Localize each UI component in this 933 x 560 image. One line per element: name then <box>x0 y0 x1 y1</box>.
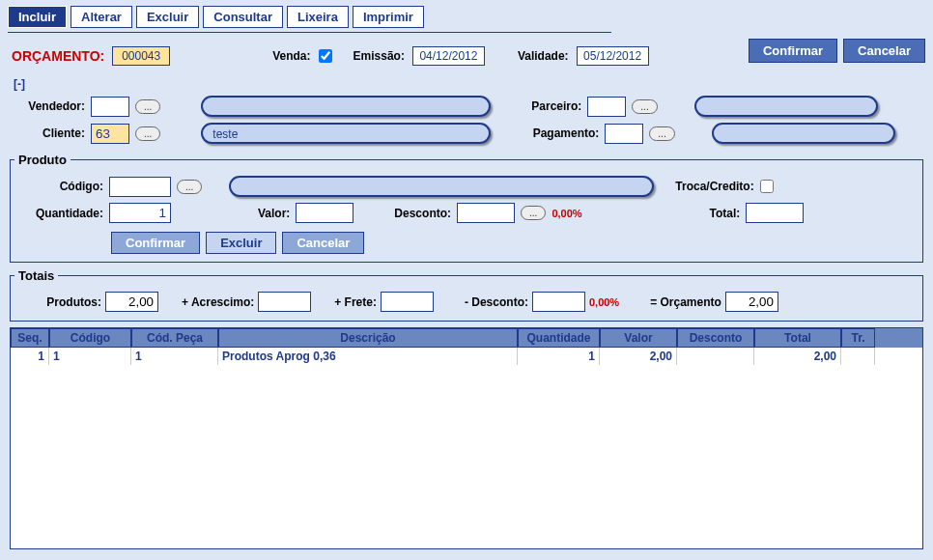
totais-fieldset: Totais Produtos: + Acrescimo: + Frete: -… <box>10 268 923 322</box>
cliente-label: Cliente: <box>12 126 85 140</box>
totais-legend: Totais <box>14 268 58 283</box>
vendedor-display <box>201 96 491 117</box>
validade-field[interactable]: 05/12/2012 <box>577 46 649 66</box>
validade-label: Validade: <box>518 49 569 63</box>
desconto-percent: 0,00% <box>551 208 581 219</box>
alterar-button[interactable]: Alterar <box>71 6 132 28</box>
totais-produtos-input[interactable] <box>105 292 158 312</box>
desconto-input[interactable] <box>457 203 515 223</box>
col-desconto: Desconto <box>677 328 754 348</box>
codigo-display <box>229 176 654 197</box>
troca-checkbox[interactable] <box>760 180 774 193</box>
col-seq: Seq. <box>11 328 49 348</box>
pagamento-lookup-button[interactable]: ... <box>649 126 674 141</box>
emissao-label: Emissão: <box>353 49 405 63</box>
cell-peca: 1 <box>131 348 218 365</box>
total-label: Total: <box>710 207 741 220</box>
cell-total: 2,00 <box>754 348 841 365</box>
collapse-toggle[interactable]: [-] <box>0 70 933 93</box>
pagamento-input[interactable] <box>605 124 643 144</box>
grid-header: Seq. Código Cód. Peça Descrição Quantida… <box>11 328 922 348</box>
valor-label: Valor: <box>258 207 290 220</box>
quantidade-input[interactable] <box>109 203 171 223</box>
page-actions: Confirmar Cancelar <box>749 39 925 63</box>
toolbar-divider <box>8 32 611 33</box>
totais-orcamento-input[interactable] <box>725 292 778 312</box>
confirmar-button[interactable]: Confirmar <box>749 39 837 63</box>
cell-quantidade: 1 <box>518 348 600 365</box>
cliente-row: Cliente: ... teste Pagamento: ... <box>0 120 933 147</box>
col-peca: Cód. Peça <box>131 328 218 348</box>
cell-tr <box>841 348 875 365</box>
valor-input[interactable] <box>296 203 353 223</box>
produtos-label: Produtos: <box>26 295 101 309</box>
parceiro-label: Parceiro: <box>514 99 581 113</box>
quantidade-label: Quantidade: <box>26 207 103 220</box>
col-codigo: Código <box>49 328 131 348</box>
cliente-display: teste <box>201 123 491 144</box>
consultar-button[interactable]: Consultar <box>203 6 283 28</box>
vendedor-row: Vendedor: ... Parceiro: ... <box>0 93 933 120</box>
items-grid: Seq. Código Cód. Peça Descrição Quantida… <box>10 327 923 549</box>
col-tr: Tr. <box>841 328 875 348</box>
codigo-input[interactable] <box>109 177 171 197</box>
cell-codigo: 1 <box>49 348 131 365</box>
table-row[interactable]: 1 1 1 Produtos Aprog 0,36 1 2,00 2,00 <box>11 348 922 365</box>
produto-confirmar-button[interactable]: Confirmar <box>111 232 200 254</box>
desconto-label: Desconto: <box>394 207 451 220</box>
orcamento-number: 000043 <box>112 46 170 66</box>
venda-checkbox[interactable] <box>319 49 332 63</box>
totais-frete-input[interactable] <box>381 292 434 312</box>
imprimir-button[interactable]: Imprimir <box>353 6 424 28</box>
produto-legend: Produto <box>14 153 71 167</box>
main-toolbar: Incluir Alterar Excluir Consultar Lixeir… <box>0 0 933 32</box>
parceiro-lookup-button[interactable]: ... <box>632 99 657 114</box>
parceiro-display <box>694 96 878 117</box>
cell-valor: 2,00 <box>600 348 677 365</box>
venda-label: Venda: <box>272 49 310 63</box>
vendedor-input[interactable] <box>91 97 129 117</box>
troca-label: Troca/Credito: <box>675 180 753 193</box>
vendedor-label: Vendedor: <box>12 99 85 113</box>
cliente-input[interactable] <box>91 124 129 144</box>
total-input[interactable] <box>746 203 804 223</box>
parceiro-input[interactable] <box>587 97 626 117</box>
totais-desconto-label: - Desconto: <box>465 295 528 309</box>
incluir-button[interactable]: Incluir <box>8 6 67 28</box>
frete-label: + Frete: <box>334 295 377 309</box>
pagamento-label: Pagamento: <box>514 126 599 140</box>
desconto-lookup-button[interactable]: ... <box>521 206 546 220</box>
col-descricao: Descrição <box>218 328 518 348</box>
codigo-lookup-button[interactable]: ... <box>177 180 202 194</box>
col-valor: Valor <box>600 328 677 348</box>
col-quantidade: Quantidade <box>518 328 600 348</box>
cancelar-button[interactable]: Cancelar <box>843 39 925 63</box>
totais-acrescimo-input[interactable] <box>258 292 311 312</box>
produto-fieldset: Produto Código: ... Troca/Credito: Quant… <box>10 153 923 263</box>
vendedor-lookup-button[interactable]: ... <box>135 99 160 114</box>
cell-descricao: Produtos Aprog 0,36 <box>218 348 518 365</box>
cell-seq: 1 <box>11 348 49 365</box>
codigo-label: Código: <box>26 180 103 193</box>
acrescimo-label: + Acrescimo: <box>182 295 254 309</box>
excluir-button[interactable]: Excluir <box>136 6 199 28</box>
pagamento-display <box>712 123 895 144</box>
emissao-field[interactable]: 04/12/2012 <box>412 46 485 66</box>
produto-cancelar-button[interactable]: Cancelar <box>282 232 364 254</box>
totais-desconto-input[interactable] <box>532 292 585 312</box>
orcamento-total-label: = Orçamento <box>650 295 721 309</box>
orcamento-label: ORÇAMENTO: <box>12 48 104 64</box>
totais-desconto-percent: 0,00% <box>589 296 619 308</box>
col-total: Total <box>754 328 841 348</box>
cliente-lookup-button[interactable]: ... <box>135 126 160 141</box>
cell-desconto <box>677 348 754 365</box>
lixeira-button[interactable]: Lixeira <box>287 6 349 28</box>
produto-excluir-button[interactable]: Excluir <box>206 232 276 254</box>
